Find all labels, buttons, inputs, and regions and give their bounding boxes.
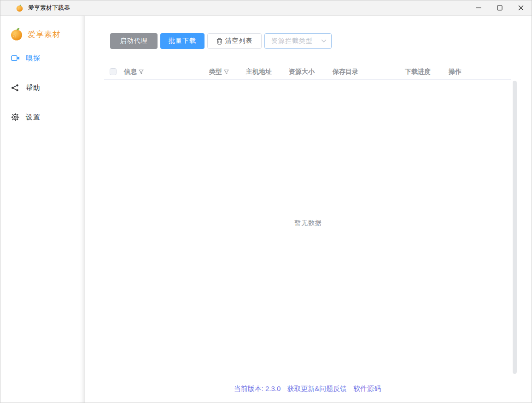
minimize-button[interactable] xyxy=(468,0,489,15)
header-cell-actions: 操作 xyxy=(449,68,511,76)
resource-type-placeholder: 资源拦截类型 xyxy=(271,37,321,45)
source-code-link[interactable]: 软件源码 xyxy=(353,385,381,393)
version-text: 当前版本: 2.3.0 xyxy=(234,385,281,393)
column-label: 资源大小 xyxy=(289,68,315,76)
column-label: 下载进度 xyxy=(405,68,431,76)
trash-icon xyxy=(216,38,222,45)
maximize-button[interactable] xyxy=(489,0,510,15)
window-controls xyxy=(468,0,532,15)
toolbar: 启动代理 批量下载 清空列表 资源拦截类型 xyxy=(110,33,532,49)
sidebar-item-label: 帮助 xyxy=(26,83,41,92)
start-proxy-button[interactable]: 启动代理 xyxy=(110,33,158,49)
brand-logo: 爱享素材 xyxy=(0,27,85,41)
share-icon xyxy=(11,83,20,92)
clear-list-label: 清空列表 xyxy=(225,37,253,45)
table-header-row: 信息 类型 xyxy=(104,64,511,80)
table-body: 暂无数据 xyxy=(85,80,532,403)
clear-list-button[interactable]: 清空列表 xyxy=(207,33,262,49)
titlebar: 爱享素材下载器 xyxy=(0,0,532,16)
app-logo-icon xyxy=(16,4,23,12)
download-table: 信息 类型 xyxy=(104,49,511,80)
close-icon xyxy=(518,5,524,11)
header-cell-select xyxy=(104,68,124,75)
app-body: 爱享素材 嗅探 xyxy=(0,16,532,403)
header-cell-info: 信息 xyxy=(124,68,209,76)
sidebar-item-label: 设置 xyxy=(26,113,41,122)
select-all-checkbox[interactable] xyxy=(110,68,117,75)
column-label: 主机地址 xyxy=(246,68,272,76)
column-label: 信息 xyxy=(124,68,137,76)
column-label: 类型 xyxy=(209,68,222,76)
header-cell-directory: 保存目录 xyxy=(333,68,405,76)
header-cell-size: 资源大小 xyxy=(289,68,333,76)
resource-type-select[interactable]: 资源拦截类型 xyxy=(264,33,332,49)
close-button[interactable] xyxy=(510,0,532,15)
window-title: 爱享素材下载器 xyxy=(28,4,70,12)
batch-download-button[interactable]: 批量下载 xyxy=(160,33,205,49)
app-window: 爱享素材下载器 xyxy=(0,0,532,403)
brand-name: 爱享素材 xyxy=(28,29,61,40)
main-panel: 启动代理 批量下载 清空列表 资源拦截类型 xyxy=(85,16,532,403)
update-feedback-link[interactable]: 获取更新&问题反馈 xyxy=(287,385,347,393)
empty-state-text: 暂无数据 xyxy=(294,219,322,227)
footer: 当前版本: 2.3.0 获取更新&问题反馈 软件源码 xyxy=(104,385,511,393)
chevron-down-icon xyxy=(321,39,327,43)
gear-icon xyxy=(11,113,20,122)
minimize-icon xyxy=(476,5,481,11)
column-label: 操作 xyxy=(449,68,462,76)
header-cell-progress: 下载进度 xyxy=(405,68,449,76)
sidebar-item-settings[interactable]: 设置 xyxy=(0,102,85,132)
video-camera-icon xyxy=(11,54,20,63)
sidebar-item-sniff[interactable]: 嗅探 xyxy=(0,43,85,73)
header-cell-type: 类型 xyxy=(209,68,246,76)
orange-fruit-icon xyxy=(10,27,23,41)
column-label: 保存目录 xyxy=(333,68,358,76)
sidebar-item-help[interactable]: 帮助 xyxy=(0,73,85,102)
scrollbar[interactable] xyxy=(513,81,517,374)
filter-funnel-icon[interactable] xyxy=(139,69,144,74)
maximize-icon xyxy=(497,5,503,11)
sidebar-item-label: 嗅探 xyxy=(26,54,41,63)
sidebar-menu: 嗅探 xyxy=(0,43,85,132)
filter-funnel-icon[interactable] xyxy=(224,69,229,74)
header-cell-host: 主机地址 xyxy=(246,68,289,76)
sidebar: 爱享素材 嗅探 xyxy=(0,16,85,403)
